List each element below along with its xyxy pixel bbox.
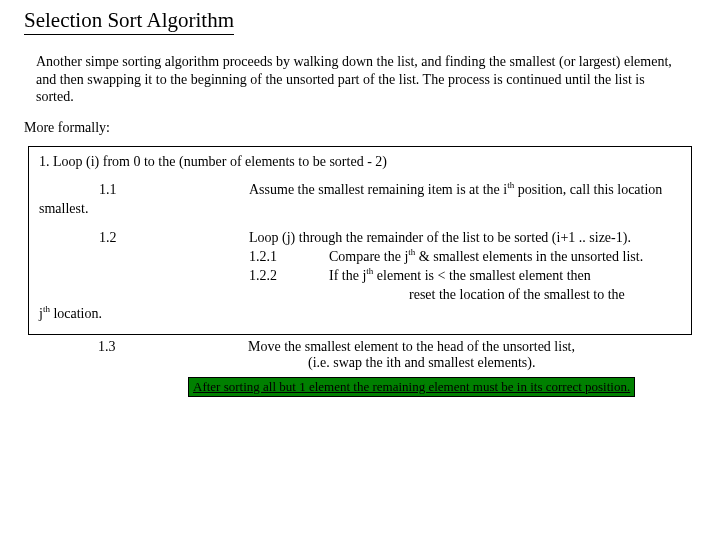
step-1-1-text: Assume the smallest remaining item is at…	[249, 181, 681, 200]
step-1-3-sub: (i.e. swap the ith and smallest elements…	[248, 355, 682, 371]
step-1: 1. Loop (i) from 0 to the (number of ele…	[39, 153, 681, 172]
algorithm-box: 1. Loop (i) from 0 to the (number of ele…	[28, 146, 692, 335]
step-1-2-text: Loop (j) through the remainder of the li…	[249, 229, 681, 248]
jth-location: jth location.	[39, 305, 681, 324]
step-1-1: 1.1 Assume the smallest remaining item i…	[39, 181, 681, 200]
intro-paragraph: Another simpe sorting algorithm proceeds…	[36, 53, 684, 106]
smallest-label: smallest.	[39, 200, 681, 219]
highlight-note: After sorting all but 1 element the rema…	[188, 377, 635, 397]
step-1-3-label: 1.3	[38, 339, 248, 355]
page-title: Selection Sort Algorithm	[24, 8, 234, 35]
step-1-3: 1.3 Move the smallest element to the hea…	[38, 339, 682, 371]
more-formally: More formally:	[24, 120, 684, 136]
step-1-1-label: 1.1	[39, 181, 249, 200]
step-1-2: 1.2 Loop (j) through the remainder of th…	[39, 229, 681, 305]
step-1-3-text: Move the smallest element to the head of…	[248, 339, 682, 355]
step-1-2-1: 1.2.1 Compare the jth & smallest element…	[249, 248, 681, 267]
step-1-2-2-reset: reset the location of the smallest to th…	[249, 286, 681, 305]
step-1-2-2: 1.2.2 If the jth element is < the smalle…	[249, 267, 681, 286]
step-1-2-label: 1.2	[39, 229, 249, 248]
